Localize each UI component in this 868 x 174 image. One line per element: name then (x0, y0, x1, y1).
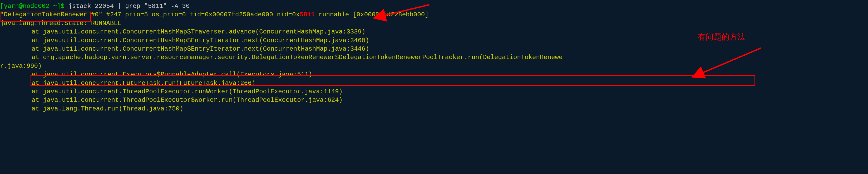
thread-name: "DelegationTokenRenewer (0, 11, 87, 18)
command-line: [yarn@node002 ~]$ jstack 22054 | grep "5… (0, 2, 868, 10)
stack-trace-line: at java.util.concurrent.FutureTask.run(F… (0, 79, 868, 88)
problem-trace-prefix: at org.apache.hadoop.yarn.server.resourc… (32, 54, 479, 61)
problem-trace-line: at org.apache.hadoop.yarn.server.resourc… (0, 53, 868, 62)
stack-trace-line: at java.util.concurrent.ThreadPoolExecut… (0, 96, 868, 105)
thread-nid: 5811 (300, 11, 315, 18)
thread-header-post: runnable [0x00007fd228ebb000] (315, 11, 429, 18)
prompt-userhost: [yarn@node002 ~]$ (0, 3, 64, 10)
stack-trace-line: at java.util.concurrent.Executors$Runnab… (0, 70, 868, 79)
thread-header-pre: #0" #247 prio=5 os_prio=0 tid=0x00007fd2… (87, 11, 300, 18)
stack-trace-line: at java.util.concurrent.ThreadPoolExecut… (0, 88, 868, 96)
stack-trace-line: at java.lang.Thread.run(Thread.java:750) (0, 105, 868, 113)
thread-header-line: "DelegationTokenRenewer #0" #247 prio=5 … (0, 10, 868, 19)
problem-trace-continuation: r.java:990) (0, 62, 868, 70)
stack-trace-line: at java.util.concurrent.ConcurrentHashMa… (0, 45, 868, 53)
annotation-label: 有问题的方法 (698, 32, 745, 42)
problem-trace-suffix: (DelegationTokenRenewe (479, 54, 562, 61)
command-text: jstack 22054 | grep "5811" -A 30 (64, 3, 190, 10)
thread-state-line: java.lang.Thread.State: RUNNABLE (0, 19, 868, 28)
